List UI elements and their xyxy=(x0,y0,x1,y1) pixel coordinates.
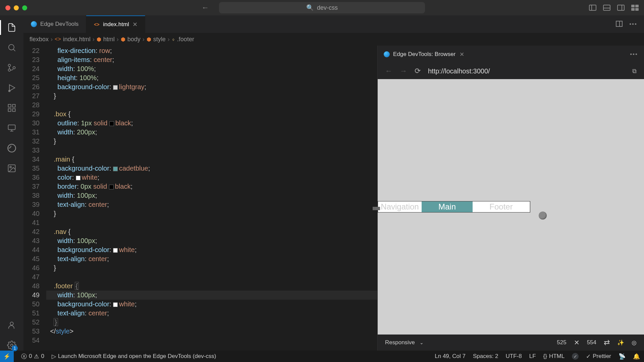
reload-icon[interactable]: ⟳ xyxy=(415,67,421,75)
browser-back-icon[interactable]: ← xyxy=(385,67,392,75)
close-window[interactable] xyxy=(5,5,10,10)
browser-forward-icon[interactable]: → xyxy=(400,67,407,75)
close-icon[interactable]: ✕ xyxy=(132,21,138,28)
resize-handle[interactable] xyxy=(373,207,380,210)
braces-icon: {} xyxy=(543,353,547,360)
problems-indicator[interactable]: ⓧ0 ⚠0 xyxy=(21,353,44,360)
nav-back-icon[interactable]: ← xyxy=(202,3,209,12)
run-debug-icon[interactable] xyxy=(6,82,17,93)
prettier[interactable]: ✓Prettier xyxy=(586,353,611,360)
warning-icon: ⚠ xyxy=(34,353,39,360)
check-icon: ✓ xyxy=(586,353,591,360)
debug-launch[interactable]: ▷ Launch Microsoft Edge and open the Edg… xyxy=(52,353,216,360)
settings-badge: 1 xyxy=(12,345,18,351)
viewport-height[interactable]: 554 xyxy=(587,339,596,346)
feedback-icon[interactable]: 📡 xyxy=(619,353,626,360)
svg-point-3 xyxy=(8,69,11,71)
extensions-icon[interactable] xyxy=(6,103,17,113)
main-area: 1 Edge DevTools<>index.html✕ ••• flexbox… xyxy=(0,15,644,351)
class-icon: ⬨ xyxy=(172,36,175,42)
remote-indicator[interactable]: ⚡ xyxy=(0,351,14,362)
cursor-indicator xyxy=(539,212,547,220)
gallery-icon[interactable] xyxy=(6,163,17,174)
svg-line-1 xyxy=(13,49,15,51)
url-field[interactable]: http://localhost:3000/ xyxy=(428,67,625,75)
more-actions-icon[interactable]: ••• xyxy=(629,21,637,27)
layout-controls xyxy=(589,5,639,11)
rotate-icon[interactable]: ⇄ xyxy=(604,338,610,347)
debug-icon: ▷ xyxy=(52,353,56,360)
svg-rect-9 xyxy=(8,109,11,111)
prettier-status-icon[interactable]: ✓ xyxy=(572,353,579,360)
cursor-position[interactable]: Ln 49, Col 7 xyxy=(435,353,466,360)
dimension-separator: ✕ xyxy=(574,339,580,347)
window-controls xyxy=(5,5,27,10)
editor-tab[interactable]: <>index.html✕ xyxy=(86,15,145,33)
preview-main: Main xyxy=(422,201,473,212)
tab-actions: ••• xyxy=(616,21,644,27)
edge-icon xyxy=(384,51,390,57)
chevron-right-icon: › xyxy=(168,36,170,43)
source-control-icon[interactable] xyxy=(6,62,17,73)
toggle-panel-icon[interactable] xyxy=(603,5,610,11)
screencast-icon[interactable]: ✨ xyxy=(617,339,624,346)
breadcrumb-folder: flexbox xyxy=(30,36,49,43)
svg-rect-8 xyxy=(12,105,15,107)
viewport-width[interactable]: 525 xyxy=(557,339,566,346)
editor-region: Edge DevTools<>index.html✕ ••• flexbox ›… xyxy=(23,15,644,351)
tab-label: index.html xyxy=(103,21,129,28)
browser-viewport[interactable]: Navigation Main Footer xyxy=(378,79,644,335)
tag-icon: ⬢ xyxy=(121,36,125,43)
chevron-right-icon: › xyxy=(51,36,53,43)
svg-point-15 xyxy=(10,166,11,168)
more-actions-icon[interactable]: ••• xyxy=(630,51,638,58)
split-editor-icon[interactable] xyxy=(616,21,623,27)
code-editor[interactable]: 2223242526272829303132333435363738394041… xyxy=(23,46,377,351)
edge-icon xyxy=(31,21,37,27)
accounts-icon[interactable] xyxy=(6,320,17,330)
project-name: dev-css xyxy=(317,4,338,11)
inspect-icon[interactable]: ◎ xyxy=(632,339,637,346)
settings-gear-icon[interactable]: 1 xyxy=(6,340,17,351)
chevron-right-icon: › xyxy=(143,36,145,43)
editor-tab[interactable]: Edge DevTools xyxy=(23,15,86,33)
titlebar: ← → 🔍 dev-css xyxy=(0,0,644,15)
browser-pane: Edge DevTools: Browser ✕ ••• ← → ⟳ http:… xyxy=(377,46,644,351)
toggle-secondary-sidebar-icon[interactable] xyxy=(617,5,625,11)
status-bar: ⚡ ⓧ0 ⚠0 ▷ Launch Microsoft Edge and open… xyxy=(0,351,644,362)
error-icon: ⓧ xyxy=(21,353,27,360)
breadcrumb-node: ⬢html xyxy=(97,36,115,43)
customize-layout-icon[interactable] xyxy=(631,5,639,11)
svg-point-2 xyxy=(8,64,11,67)
code-content[interactable]: flex-direction: row; align-items: center… xyxy=(46,46,377,351)
open-devtools-icon[interactable]: ⧉ xyxy=(632,68,637,75)
html-file-icon: <> xyxy=(55,36,61,42)
eol[interactable]: LF xyxy=(529,353,536,360)
search-icon[interactable] xyxy=(6,42,17,53)
html-file-icon: <> xyxy=(94,21,100,27)
edge-devtools-icon[interactable] xyxy=(6,143,17,154)
page-preview: Navigation Main Footer xyxy=(378,201,530,213)
maximize-window[interactable] xyxy=(22,5,27,10)
minimize-window[interactable] xyxy=(14,5,19,10)
toggle-primary-sidebar-icon[interactable] xyxy=(589,5,596,11)
svg-point-4 xyxy=(13,67,15,69)
indentation[interactable]: Spaces: 2 xyxy=(473,353,498,360)
breadcrumb[interactable]: flexbox › <>index.html › ⬢html › ⬢body ›… xyxy=(23,33,644,46)
svg-point-16 xyxy=(10,322,13,325)
close-icon[interactable]: ✕ xyxy=(460,51,464,58)
chevron-right-icon: › xyxy=(117,36,119,43)
editor-split: 2223242526272829303132333435363738394041… xyxy=(23,46,644,351)
remote-explorer-icon[interactable] xyxy=(6,123,17,133)
language-mode[interactable]: {}HTML xyxy=(543,353,565,360)
device-mode[interactable]: Responsive xyxy=(385,339,415,346)
svg-rect-10 xyxy=(12,109,15,111)
encoding[interactable]: UTF-8 xyxy=(506,353,522,360)
bell-icon[interactable]: 🔔 xyxy=(633,353,640,360)
browser-toolbar: ← → ⟳ http://localhost:3000/ ⧉ xyxy=(378,63,644,79)
tag-icon: ⬢ xyxy=(147,36,151,43)
browser-tab[interactable]: Edge DevTools: Browser xyxy=(384,51,455,58)
chevron-down-icon[interactable]: ⌄ xyxy=(420,340,424,345)
explorer-icon[interactable] xyxy=(6,22,17,33)
command-center[interactable]: 🔍 dev-css xyxy=(219,2,425,13)
